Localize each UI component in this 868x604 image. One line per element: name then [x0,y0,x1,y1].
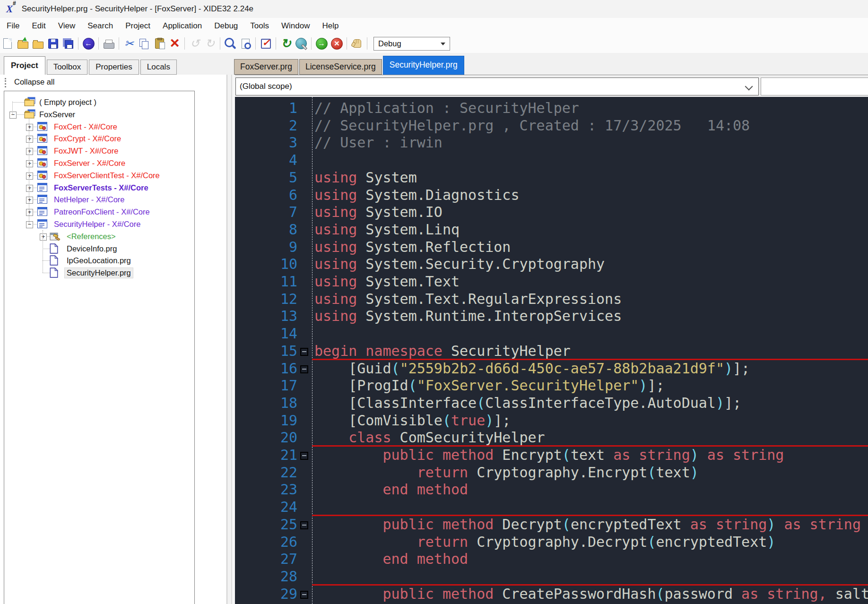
collapse-all-button[interactable]: Collapse all [14,78,54,86]
code-line[interactable]: 26 return Cryptography.Decrypt(encrypted… [235,533,868,551]
code-line[interactable]: 10using System.Security.Cryptography [235,255,868,273]
open-file-button[interactable] [16,36,30,51]
menu-item-view[interactable]: View [52,18,82,34]
tree-item[interactable]: IpGeoLocation.prg [4,254,193,267]
fold-collapse-icon[interactable] [300,365,308,373]
tree-item[interactable]: +PatreonFoxClient - X#/Core [4,206,193,218]
menu-item-help[interactable]: Help [316,18,345,34]
fold-collapse-icon[interactable] [300,521,308,529]
cut-button[interactable] [122,36,136,51]
tree-item[interactable]: SecurityHelper.prg [4,267,193,279]
open-folder-button[interactable] [31,36,45,51]
find-in-files-button[interactable] [238,36,252,51]
expand-icon[interactable]: + [26,173,33,180]
code-line[interactable]: 4 [235,151,868,169]
code-line[interactable]: 7using System.IO [235,203,868,221]
tree-item[interactable]: −FoxServer [4,108,193,121]
save-all-button[interactable] [61,36,75,51]
expand-icon[interactable]: + [40,233,47,241]
code-line[interactable]: 24 [235,498,868,516]
menu-item-project[interactable]: Project [119,18,156,34]
menu-item-search[interactable]: Search [81,18,119,34]
menu-item-debug[interactable]: Debug [208,18,244,34]
pause-button[interactable] [350,36,364,51]
new-file-button[interactable] [0,36,15,51]
code-line[interactable]: 9using System.Reflection [235,238,868,256]
fold-collapse-icon[interactable] [300,591,308,599]
code-editor[interactable]: 1// Application : SecurityHelper2// Secu… [235,97,868,604]
expand-icon[interactable]: + [26,148,33,155]
tree-item[interactable]: +NetHelper - X#/Core [4,193,193,206]
chevron-down-icon[interactable] [745,83,753,91]
menu-item-tools[interactable]: Tools [244,18,275,34]
tree-item[interactable]: +FoxServerClientTest - X#/Core [4,169,193,181]
code-line[interactable]: 8using System.Linq [235,221,868,238]
collapse-icon[interactable]: − [26,221,33,228]
expand-icon[interactable]: + [26,197,33,204]
tree-item[interactable]: +FoxServer - X#/Core [4,157,193,169]
tree-item[interactable]: ( Empty project ) [4,96,193,108]
code-line[interactable]: 20 class ComSecurityHelper [235,429,868,446]
code-line[interactable]: 1// Application : SecurityHelper [235,99,868,117]
editor-tab-foxserver.prg[interactable]: FoxServer.prg [234,59,298,75]
code-line[interactable]: 15begin namespace SecurityHelper [235,342,868,360]
tree-item[interactable]: +FoxJWT - X#/Core [4,145,193,157]
collapse-icon[interactable]: − [9,112,17,119]
configuration-select[interactable]: Debug [373,37,450,51]
editor-tab-securityhelper.prg[interactable]: SecurityHelper.prg [383,56,464,75]
code-line[interactable]: 17 [ProgId("FoxServer.SecurityHelper")]; [235,377,868,394]
code-line[interactable]: 5using System [235,169,868,186]
navigate-back-button[interactable] [81,36,95,51]
code-line[interactable]: 25 public method Decrypt(encryptedText a… [235,516,868,533]
refresh-button[interactable] [279,36,293,51]
code-line[interactable]: 21 public method Encrypt(text as string)… [235,446,868,464]
tree-item[interactable]: +FoxCert - X#/Core [4,121,193,133]
tab-properties[interactable]: Properties [89,60,139,75]
code-line[interactable]: 2// SecurityHelper.prg , Created : 17/3/… [235,117,868,134]
menu-item-application[interactable]: Application [156,18,208,34]
scope-selector[interactable]: (Global scope) [235,78,759,95]
tab-project[interactable]: Project [4,56,45,75]
tree-item[interactable]: −SecurityHelper - X#/Core [4,218,193,230]
menu-item-edit[interactable]: Edit [26,18,52,34]
code-line[interactable]: 27 end method [235,550,868,568]
code-line[interactable]: 23 end method [235,481,868,498]
tree-item[interactable]: +<References> [4,230,193,242]
find-button[interactable] [223,36,237,51]
task-list-button[interactable] [259,36,273,51]
editor-tab-licenseservice.prg[interactable]: LicenseService.prg [299,59,382,75]
tree-item[interactable]: DeviceInfo.prg [4,242,193,255]
tree-item[interactable]: +FoxServerTests - X#/Core [4,181,193,194]
tab-toolbox[interactable]: Toolbox [47,60,88,75]
expand-icon[interactable]: + [26,160,33,167]
code-line[interactable]: 29 public method CreatePasswordHash(pass… [235,585,868,603]
menu-item-file[interactable]: File [0,18,26,34]
fold-collapse-icon[interactable] [300,452,308,460]
code-line[interactable]: 28 [235,568,868,585]
expand-icon[interactable]: + [26,185,33,192]
code-line[interactable]: 12using System.Text.RegularExpressions [235,290,868,308]
menu-item-window[interactable]: Window [275,18,316,34]
delete-button[interactable] [167,36,182,51]
copy-button[interactable] [137,36,151,51]
code-line[interactable]: 14 [235,325,868,342]
expand-icon[interactable]: + [26,124,33,131]
code-line[interactable]: 3// User : irwin [235,134,868,151]
code-line[interactable]: 16 [Guid("2559b2b2-d66d-450c-ae57-88b2ba… [235,360,868,377]
code-line[interactable]: 11using System.Text [235,273,868,290]
tab-locals[interactable]: Locals [140,60,177,75]
print-button[interactable] [102,36,116,51]
code-line[interactable]: 19 [ComVisible(true)]; [235,412,868,429]
stop-button[interactable] [330,36,344,51]
expand-icon[interactable]: + [26,209,33,216]
code-line[interactable]: 22 return Cryptography.Encrypt(text) [235,464,868,481]
paste-button[interactable] [152,36,166,51]
code-line[interactable]: 13using System.Runtime.InteropServices [235,307,868,325]
run-button[interactable] [314,36,329,51]
expand-icon[interactable]: + [26,136,33,143]
code-line[interactable]: 18 [ClassInterface(ClassInterfaceType.Au… [235,394,868,412]
save-button[interactable] [46,36,60,51]
code-line[interactable]: 6using System.Diagnostics [235,186,868,204]
build-button[interactable] [294,36,308,51]
project-tree[interactable]: ( Empty project )−FoxServer+FoxCert - X#… [4,91,195,604]
